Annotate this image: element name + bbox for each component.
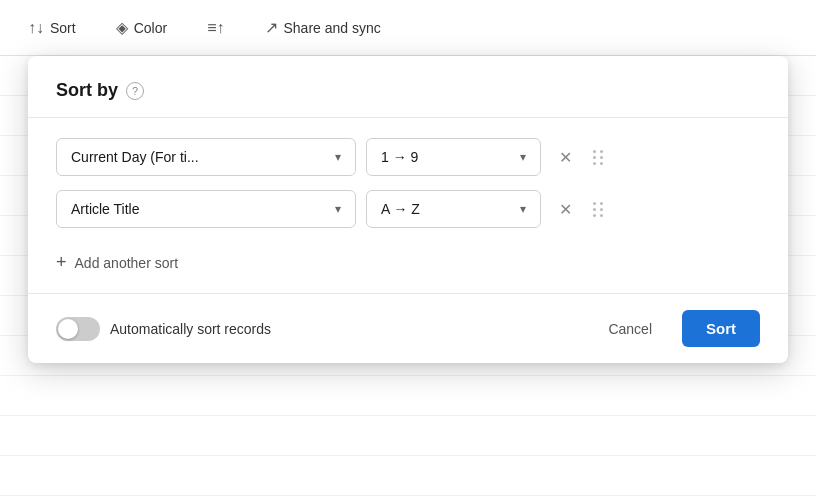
modal-overlay: Sort by ? Current Day (For ti... ▾ 1 → 9…	[0, 0, 816, 504]
sort-order-select-1[interactable]: 1 → 9 ▾	[366, 138, 541, 176]
auto-sort-toggle[interactable]	[56, 317, 100, 341]
modal-title: Sort by	[56, 80, 118, 101]
drag-dots-2	[593, 202, 604, 217]
toggle-knob	[58, 319, 78, 339]
sort-order-select-2[interactable]: A → Z ▾	[366, 190, 541, 228]
modal-header: Sort by ?	[28, 56, 788, 118]
chevron-down-icon: ▾	[335, 150, 341, 164]
sort-row-1: Current Day (For ti... ▾ 1 → 9 ▾ ✕	[56, 138, 760, 176]
add-sort-label: Add another sort	[75, 255, 179, 271]
add-sort-button[interactable]: + Add another sort	[28, 248, 788, 293]
chevron-down-icon-4: ▾	[520, 202, 526, 216]
sort-order-value-2: A → Z	[381, 201, 512, 217]
footer-left: Automatically sort records	[56, 317, 271, 341]
sort-order-value-1: 1 → 9	[381, 149, 512, 165]
drag-handle-2[interactable]	[589, 198, 608, 221]
drag-handle-1[interactable]	[589, 146, 608, 169]
sort-field-select-2[interactable]: Article Title ▾	[56, 190, 356, 228]
modal-footer: Automatically sort records Cancel Sort	[28, 293, 788, 363]
footer-right: Cancel Sort	[588, 310, 760, 347]
sort-button[interactable]: Sort	[682, 310, 760, 347]
sort-modal: Sort by ? Current Day (For ti... ▾ 1 → 9…	[28, 56, 788, 363]
sort-field-value-2: Article Title	[71, 201, 327, 217]
cancel-button[interactable]: Cancel	[588, 311, 672, 347]
help-icon[interactable]: ?	[126, 82, 144, 100]
chevron-down-icon-3: ▾	[335, 202, 341, 216]
sort-rows-container: Current Day (For ti... ▾ 1 → 9 ▾ ✕	[28, 118, 788, 248]
sort-row-2: Article Title ▾ A → Z ▾ ✕	[56, 190, 760, 228]
remove-sort-1-button[interactable]: ✕	[551, 143, 579, 171]
sort-field-value-1: Current Day (For ti...	[71, 149, 327, 165]
plus-icon: +	[56, 252, 67, 273]
auto-sort-label: Automatically sort records	[110, 321, 271, 337]
remove-sort-2-button[interactable]: ✕	[551, 195, 579, 223]
chevron-down-icon-2: ▾	[520, 150, 526, 164]
sort-field-select-1[interactable]: Current Day (For ti... ▾	[56, 138, 356, 176]
drag-dots-1	[593, 150, 604, 165]
